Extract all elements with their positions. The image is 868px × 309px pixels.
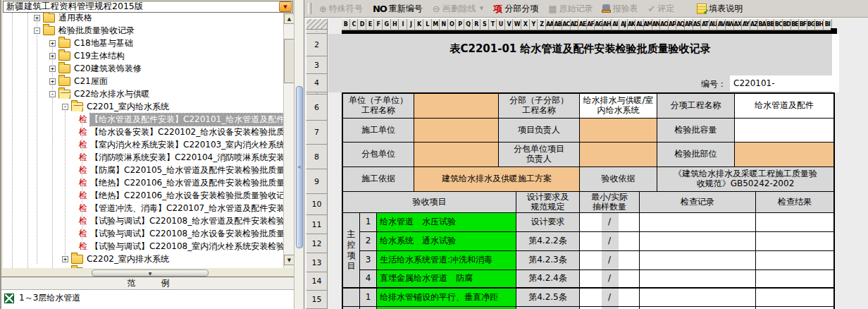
row-header[interactable]: 6 <box>306 95 328 121</box>
tree-item-folder[interactable]: - C22给水排水与供暖 <box>3 87 283 100</box>
cell-item-num[interactable]: 1 <box>360 289 377 307</box>
cell-item-record[interactable] <box>640 289 756 307</box>
tree-item-folder[interactable]: - C2201_室内给水系统 <box>3 100 283 113</box>
cell-item-record[interactable] <box>640 213 756 232</box>
tree-item-folder[interactable]: + C18地基与基础 <box>3 37 283 49</box>
cell-subdivision-value[interactable]: 给水排水与供暖/室 内给水系统 <box>580 94 657 119</box>
cell-item-req[interactable]: 设计要求 <box>516 213 580 232</box>
column-header[interactable]: AR <box>685 19 693 30</box>
toolbar-grip[interactable] <box>308 3 311 14</box>
row-header[interactable]: 7 <box>306 121 328 145</box>
column-header[interactable]: AN <box>652 19 661 30</box>
cell-construction-basis-value[interactable]: 建筑给水排水及供暖施工方案 <box>414 167 580 192</box>
tree-item-folder[interactable]: - 检验批质量验收记录 <box>3 24 283 37</box>
expander-icon[interactable]: + <box>49 53 56 59</box>
splitter-collapse-handle[interactable]: ▼ <box>92 269 209 277</box>
column-header[interactable]: BH <box>815 19 824 30</box>
cell-project-manager-label[interactable]: 项目负责人 <box>499 119 580 143</box>
cell-item-name-value[interactable]: 给水管道及配件 <box>735 94 833 119</box>
column-header[interactable]: X <box>521 19 530 30</box>
column-header[interactable]: AM <box>644 19 652 30</box>
expander-icon[interactable]: + <box>62 256 68 262</box>
column-header[interactable]: I <box>399 19 407 30</box>
column-header[interactable]: AC <box>562 19 571 30</box>
cell-subcontractor-label[interactable]: 分包单位 <box>343 143 414 167</box>
cell-item-result[interactable] <box>756 289 833 307</box>
column-header[interactable]: BF <box>799 19 807 30</box>
column-header[interactable]: S <box>480 19 489 30</box>
cell-item-record[interactable] <box>640 270 756 289</box>
row-header[interactable]: 2 <box>306 34 328 56</box>
cell-constructor-label[interactable]: 施工单位 <box>343 119 414 143</box>
expander-icon[interactable]: + <box>49 40 56 47</box>
column-header[interactable]: K <box>415 19 423 30</box>
renumber-button[interactable]: NO 重新编号 <box>368 1 428 16</box>
row-header[interactable]: 3 <box>306 56 328 74</box>
column-header[interactable]: O <box>448 19 457 30</box>
fill-instructions-button[interactable]: ✔ 填表说明 <box>692 1 748 16</box>
column-header[interactable]: U <box>497 19 505 30</box>
column-header[interactable]: AV <box>717 19 726 30</box>
expander-icon[interactable]: - <box>62 104 68 110</box>
column-header[interactable]: AT <box>701 19 709 30</box>
original-record-button[interactable]: ▦ 原始记录 <box>543 1 597 16</box>
scroll-up-button[interactable]: ▲ <box>284 13 294 24</box>
row-header[interactable]: 4 <box>306 74 328 92</box>
serial-number-cell[interactable]: C220101- <box>730 75 832 91</box>
cell-acceptance-items-header[interactable]: 验收项目 <box>343 192 516 213</box>
column-header[interactable]: R <box>473 19 481 30</box>
column-header[interactable]: BA <box>758 19 767 30</box>
assess-button[interactable]: ✔ 评定 <box>643 1 679 16</box>
tree-item-leaf[interactable]: 检 【试验与调试】C220108_给水设备安装检验批质量 <box>3 227 283 240</box>
cell-item-name[interactable]: 给排水管铺设的平行、垂直净距 <box>377 289 516 307</box>
form-title-area[interactable]: 表C2201-01 给水管道及配件安装检验批质量验收记录 编号： C220101… <box>328 34 832 92</box>
cell-subdivision-label[interactable]: 分部（子分部） 工程名称 <box>499 94 580 119</box>
column-header[interactable]: T <box>489 19 497 30</box>
column-header[interactable]: AH <box>603 19 612 30</box>
column-header[interactable]: H <box>391 19 399 30</box>
cell-item-num[interactable]: 4 <box>360 270 377 289</box>
cell-group[interactable] <box>343 289 360 307</box>
column-header[interactable]: AL <box>636 19 644 30</box>
cell-sub-manager-label[interactable]: 分包单位项目 负责人 <box>499 143 580 167</box>
cell-item-result[interactable] <box>756 251 833 270</box>
tree-scrollbar[interactable]: ▲ ▼ <box>283 13 294 268</box>
column-header[interactable]: G <box>383 19 391 30</box>
tree-item-leaf[interactable]: 检 【室内消火栓系统安装】C220103_室内消火栓系统 <box>3 138 283 151</box>
cell-item-num[interactable]: 1 <box>360 213 377 232</box>
tree-item-leaf[interactable]: 检 【消防喷淋系统安装】C220104_消防喷淋系统安装 <box>3 151 283 164</box>
expander-icon[interactable]: + <box>34 15 40 21</box>
cell-sub-manager-value[interactable] <box>580 143 657 167</box>
cell-unit-project-value[interactable] <box>414 94 499 119</box>
cell-item-req[interactable]: 第4.2.3条 <box>516 251 580 270</box>
cell-item-result[interactable] <box>756 213 833 232</box>
column-header[interactable]: BB <box>767 19 775 30</box>
column-header[interactable]: AO <box>660 19 669 30</box>
cell-item-req[interactable]: 第4.2.4条 <box>516 270 580 289</box>
scrollbar-thumb[interactable] <box>284 39 294 83</box>
tree-item-leaf[interactable]: 检 【管道冲洗、消毒】C220107_给水管道及配件安装 <box>3 202 283 214</box>
column-header[interactable]: BE <box>791 19 800 30</box>
column-header[interactable]: BC <box>774 19 783 30</box>
inspection-report-button[interactable]: 报验表 <box>597 1 643 16</box>
column-header[interactable]: AI <box>612 19 620 30</box>
column-header[interactable]: AU <box>709 19 718 30</box>
tree-item-leaf[interactable]: 检 【绝热】C220106_给水设备安装检验批质量验收记 <box>3 189 283 202</box>
cell-batch-capacity-value[interactable] <box>735 119 833 143</box>
cell-subcontractor-value[interactable] <box>414 143 499 167</box>
cell-batch-location-value[interactable] <box>735 143 833 167</box>
column-header[interactable]: AD <box>571 19 579 30</box>
column-header[interactable]: AQ <box>676 19 685 30</box>
row-header[interactable]: 10 <box>306 194 328 215</box>
main-control-group-cell[interactable]: 主控项目 <box>343 213 360 287</box>
dropdown-arrow-icon[interactable]: ▼ <box>480 6 483 11</box>
tree-item-folder[interactable]: + 通用表格 <box>3 13 283 24</box>
tree-item-folder[interactable]: + C19主体结构 <box>3 49 283 62</box>
cell-sample-qty-header[interactable]: 最小/实际 抽样数量 <box>580 192 640 213</box>
strikethrough-button[interactable]: ⊖ 画删除线 ▼ <box>428 1 488 16</box>
row-header[interactable]: 14 <box>306 272 328 291</box>
subitem-button[interactable]: 项 分部分项 <box>488 1 543 16</box>
column-header[interactable]: P <box>456 19 464 30</box>
cell-item-name[interactable]: 给水系统 通水试验 <box>377 232 516 251</box>
tree-item-leaf[interactable]: 检 【试验与调试】C220108_室内消火栓系统安装检验 <box>3 240 283 253</box>
